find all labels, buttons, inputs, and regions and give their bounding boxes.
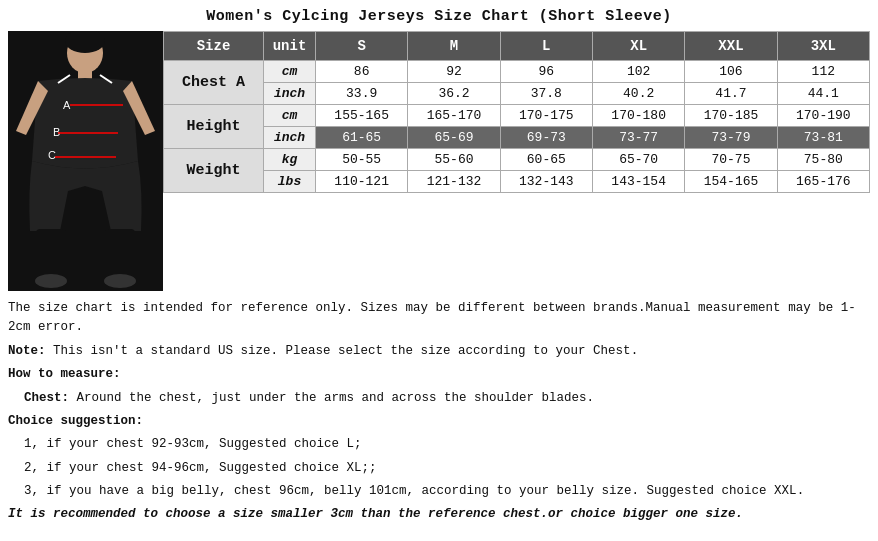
data-cell: 40.2 xyxy=(592,83,684,105)
category-cell-weight: Weight xyxy=(164,149,264,193)
disclaimer-text: The size chart is intended for reference… xyxy=(8,299,870,338)
col-m: M xyxy=(408,32,500,61)
col-s: S xyxy=(316,32,408,61)
svg-rect-6 xyxy=(36,229,66,279)
data-cell: 36.2 xyxy=(408,83,500,105)
data-cell: 75-80 xyxy=(777,149,869,171)
recommended-text: It is recommended to choose a size small… xyxy=(8,505,870,524)
table-row: inch61-6565-6969-7373-7773-7973-81 xyxy=(164,127,870,149)
choice-label: Choice suggestion: xyxy=(8,412,870,431)
data-cell: 121-132 xyxy=(408,171,500,193)
data-cell: 33.9 xyxy=(316,83,408,105)
data-cell: 44.1 xyxy=(777,83,869,105)
table-row: Heightcm155-165165-170170-175170-180170-… xyxy=(164,105,870,127)
unit-cell: lbs xyxy=(264,171,316,193)
data-cell: 70-75 xyxy=(685,149,777,171)
choice-suggestion-label: Choice suggestion: xyxy=(8,414,143,428)
data-cell: 170-175 xyxy=(500,105,592,127)
how-to-label: How to measure: xyxy=(8,365,870,384)
col-unit: unit xyxy=(264,32,316,61)
data-cell: 69-73 xyxy=(500,127,592,149)
note-label: Note: xyxy=(8,344,46,358)
data-cell: 155-165 xyxy=(316,105,408,127)
data-cell: 73-81 xyxy=(777,127,869,149)
notes-section: The size chart is intended for reference… xyxy=(8,299,870,525)
data-cell: 110-121 xyxy=(316,171,408,193)
data-cell: 170-180 xyxy=(592,105,684,127)
chest-measure: Chest: Around the chest, just under the … xyxy=(8,389,870,408)
category-cell-chest-a: Chest A xyxy=(164,61,264,105)
data-cell: 60-65 xyxy=(500,149,592,171)
unit-cell: cm xyxy=(264,61,316,83)
data-cell: 61-65 xyxy=(316,127,408,149)
table-row: Chest Acm869296102106112 xyxy=(164,61,870,83)
col-xxl: XXL xyxy=(685,32,777,61)
chart-area: A B C xyxy=(8,31,870,291)
data-cell: 65-69 xyxy=(408,127,500,149)
size-table-wrapper: Size unit S M L XL XXL 3XL Chest Acm8692… xyxy=(163,31,870,291)
svg-rect-7 xyxy=(105,229,135,279)
data-cell: 143-154 xyxy=(592,171,684,193)
note-content: This isn't a standard US size. Please se… xyxy=(53,344,638,358)
col-l: L xyxy=(500,32,592,61)
data-cell: 112 xyxy=(777,61,869,83)
page: Women's Cylcing Jerseys Size Chart (Shor… xyxy=(0,0,878,537)
data-cell: 86 xyxy=(316,61,408,83)
svg-point-9 xyxy=(104,274,136,288)
model-image: A B C xyxy=(8,31,163,291)
data-cell: 102 xyxy=(592,61,684,83)
data-cell: 170-185 xyxy=(685,105,777,127)
data-cell: 50-55 xyxy=(316,149,408,171)
data-cell: 165-176 xyxy=(777,171,869,193)
data-cell: 170-190 xyxy=(777,105,869,127)
size-table: Size unit S M L XL XXL 3XL Chest Acm8692… xyxy=(163,31,870,193)
data-cell: 73-79 xyxy=(685,127,777,149)
svg-point-8 xyxy=(35,274,67,288)
data-cell: 41.7 xyxy=(685,83,777,105)
page-title: Women's Cylcing Jerseys Size Chart (Shor… xyxy=(8,8,870,25)
data-cell: 73-77 xyxy=(592,127,684,149)
table-row: Weightkg50-5555-6060-6565-7070-7575-80 xyxy=(164,149,870,171)
note-line: Note: This isn't a standard US size. Ple… xyxy=(8,342,870,361)
chest-text: Around the chest, just under the arms an… xyxy=(77,391,595,405)
unit-cell: inch xyxy=(264,83,316,105)
table-row: lbs110-121121-132132-143143-154154-16516… xyxy=(164,171,870,193)
data-cell: 92 xyxy=(408,61,500,83)
table-header-row: Size unit S M L XL XXL 3XL xyxy=(164,32,870,61)
unit-cell: kg xyxy=(264,149,316,171)
col-size: Size xyxy=(164,32,264,61)
data-cell: 132-143 xyxy=(500,171,592,193)
data-cell: 96 xyxy=(500,61,592,83)
col-3xl: 3XL xyxy=(777,32,869,61)
table-body: Chest Acm869296102106112inch33.936.237.8… xyxy=(164,61,870,193)
unit-cell: cm xyxy=(264,105,316,127)
data-cell: 154-165 xyxy=(685,171,777,193)
data-cell: 37.8 xyxy=(500,83,592,105)
choice3-line: 3, if you have a big belly, chest 96cm, … xyxy=(8,482,870,501)
table-row: inch33.936.237.840.241.744.1 xyxy=(164,83,870,105)
how-to-label-text: How to measure: xyxy=(8,367,121,381)
svg-text:C: C xyxy=(48,149,56,161)
col-xl: XL xyxy=(592,32,684,61)
data-cell: 106 xyxy=(685,61,777,83)
chest-label: Chest: xyxy=(24,391,69,405)
data-cell: 165-170 xyxy=(408,105,500,127)
category-cell-height: Height xyxy=(164,105,264,149)
svg-text:B: B xyxy=(53,126,60,138)
choice2-line: 2, if your chest 94-96cm, Suggested choi… xyxy=(8,459,870,478)
svg-text:A: A xyxy=(63,99,71,111)
unit-cell: inch xyxy=(264,127,316,149)
data-cell: 55-60 xyxy=(408,149,500,171)
choice1-line: 1, if your chest 92-93cm, Suggested choi… xyxy=(8,435,870,454)
data-cell: 65-70 xyxy=(592,149,684,171)
